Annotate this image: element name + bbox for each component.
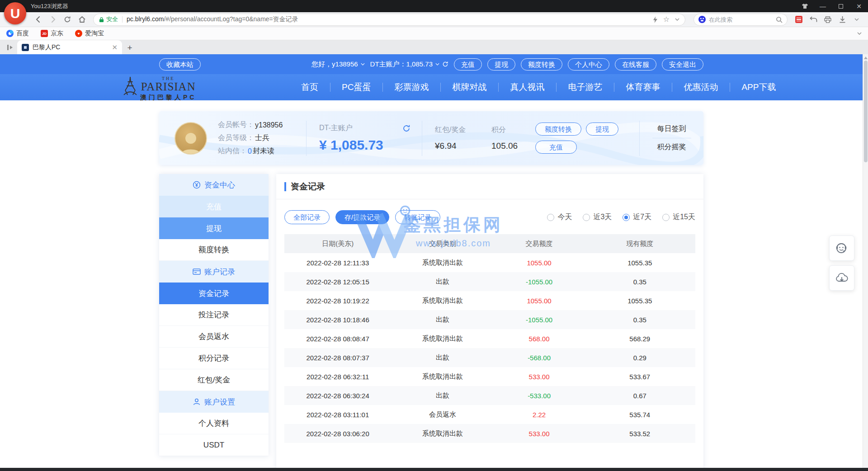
- topbar-profile-button[interactable]: 个人中心: [568, 58, 609, 71]
- floating-toolbar: [829, 236, 854, 291]
- favorite-site-button[interactable]: 收藏本站: [159, 58, 201, 71]
- print-button[interactable]: [821, 14, 835, 26]
- menu-pcdandan[interactable]: PC蛋蛋: [330, 74, 382, 100]
- user-greeting[interactable]: 您好，y138956: [311, 60, 365, 69]
- caret-down-icon: [361, 63, 365, 66]
- content-card: 资金记录 全部记录 存/提款记录 转账记录 今天 近3天 近7天 近15天 日: [276, 174, 703, 468]
- sidebar-item-bonus[interactable]: 红包/奖金: [159, 369, 269, 391]
- deposit-button[interactable]: 充值: [535, 141, 577, 154]
- menu-boardgames[interactable]: 棋牌对战: [440, 74, 498, 100]
- app-download-button[interactable]: [829, 265, 854, 291]
- customer-service-button[interactable]: [829, 236, 854, 261]
- account-balance[interactable]: DT主账户：1,085.73: [370, 60, 448, 69]
- minimize-button[interactable]: —: [814, 0, 832, 12]
- bookmark-baidu[interactable]: 百度: [6, 29, 29, 38]
- points-lottery-link[interactable]: 积分摇奖: [657, 142, 686, 152]
- bookmark-aitaobao[interactable]: ♥ 爱淘宝: [75, 29, 104, 38]
- quick-access-icon[interactable]: [653, 16, 658, 23]
- menu-live[interactable]: 真人视讯: [498, 74, 556, 100]
- sidebar-item-bet-records[interactable]: 投注记录: [159, 304, 269, 326]
- site-nav: THE PARISIAN 澳门巴黎人PC 首页 PC蛋蛋 彩票游戏 棋牌对战 真…: [0, 74, 863, 100]
- bookmarks-bar: 百度 JD 京东 ♥ 爱淘宝: [0, 27, 868, 40]
- sidebar-item-withdraw[interactable]: 提现: [159, 217, 269, 239]
- sidebar-item-points-records[interactable]: 积分记录: [159, 348, 269, 369]
- menu-home[interactable]: 首页: [289, 74, 330, 100]
- tab-active[interactable]: 巴黎人PC ✕: [17, 40, 122, 54]
- radio-today[interactable]: 今天: [547, 212, 572, 222]
- extension-icon: [795, 16, 802, 23]
- topbar-logout-button[interactable]: 安全退出: [662, 58, 703, 71]
- refresh-button[interactable]: [61, 14, 74, 26]
- sidebar-item-profile[interactable]: 个人资料: [159, 413, 269, 434]
- refresh-wallet-icon[interactable]: [402, 124, 410, 132]
- site-favicon: [22, 44, 29, 51]
- tab-sidebar-toggle[interactable]: [4, 40, 17, 54]
- sidebar-item-fund-records[interactable]: 资金记录: [159, 283, 269, 304]
- radio-15days[interactable]: 近15天: [662, 212, 695, 222]
- bookmark-star-icon[interactable]: ☆: [663, 16, 670, 23]
- search-box[interactable]: [693, 14, 788, 26]
- close-button[interactable]: ✕: [850, 0, 868, 12]
- topbar-quota-button[interactable]: 额度转换: [521, 58, 562, 71]
- filter-tab-deposit-withdraw[interactable]: 存/提款记录: [335, 210, 389, 224]
- back-button[interactable]: [32, 14, 45, 26]
- radio-3days[interactable]: 近3天: [583, 212, 612, 222]
- browser-logo[interactable]: U: [4, 2, 26, 24]
- quota-transfer-button[interactable]: 额度转换: [535, 122, 581, 136]
- withdraw-button[interactable]: 提现: [586, 122, 618, 136]
- menu-sports[interactable]: 体育赛事: [614, 74, 672, 100]
- security-indicator: 安全: [99, 15, 118, 24]
- printer-icon: [824, 16, 831, 23]
- maximize-button[interactable]: [832, 0, 850, 12]
- radio-7days[interactable]: 近7天: [623, 212, 651, 222]
- page-viewport: 收藏本站 您好，y138956 DT主账户：1,085.73 充值 提现 额度转…: [0, 54, 863, 468]
- sidebar-toggle-icon: [7, 44, 14, 51]
- address-dropdown-icon[interactable]: [675, 18, 679, 21]
- skin-icon[interactable]: [796, 0, 814, 12]
- forward-button[interactable]: [46, 14, 60, 26]
- bookmark-jd[interactable]: JD 京东: [41, 29, 63, 38]
- bookmarks-overflow-button[interactable]: [857, 32, 862, 35]
- menu-lottery[interactable]: 彩票游戏: [382, 74, 440, 100]
- chevron-down-icon: [854, 18, 859, 21]
- topbar-service-button[interactable]: 在线客服: [615, 58, 656, 71]
- tab-close-icon[interactable]: ✕: [112, 43, 118, 52]
- address-bar[interactable]: 安全 pc.blryl6.com/#/personal/accountLog?t…: [93, 14, 685, 26]
- site-logo[interactable]: THE PARISIAN 澳门巴黎人PC: [123, 76, 196, 102]
- sidebar-item-rebate[interactable]: 会员返水: [159, 326, 269, 348]
- account-records-icon: [193, 268, 201, 275]
- scrollbar-up-arrow[interactable]: [864, 56, 868, 59]
- toolbar-collapse-button[interactable]: [850, 14, 863, 26]
- eiffel-tower-icon: [123, 76, 137, 97]
- search-icon[interactable]: [776, 16, 783, 23]
- extension-button[interactable]: [792, 14, 806, 26]
- member-mail[interactable]: 站内信：0 封未读: [218, 146, 306, 156]
- topbar-withdraw-button[interactable]: 提现: [487, 58, 515, 71]
- menu-app-download[interactable]: APP下载: [730, 74, 788, 100]
- sidebar-item-fund-center[interactable]: 资金中心: [159, 174, 269, 196]
- refresh-balance-icon[interactable]: [442, 61, 448, 67]
- menu-slots[interactable]: 电子游艺: [556, 74, 614, 100]
- sidebar-item-account-settings[interactable]: 账户设置: [159, 391, 269, 413]
- sidebar-item-quota-transfer[interactable]: 额度转换: [159, 239, 269, 261]
- daily-signin-link[interactable]: 每日签到: [657, 124, 686, 134]
- filter-tab-all[interactable]: 全部记录: [284, 210, 330, 224]
- download-button[interactable]: [835, 14, 849, 26]
- table-row: 2022-02-28 03:11:01会员返水2.22535.74: [284, 405, 695, 424]
- history-button[interactable]: [807, 14, 820, 26]
- avatar[interactable]: [175, 122, 207, 155]
- sidebar-item-deposit[interactable]: 充值: [159, 196, 269, 217]
- home-button[interactable]: [75, 14, 89, 26]
- menu-promos[interactable]: 优惠活动: [672, 74, 730, 100]
- person-icon: [178, 130, 203, 154]
- page-scrollbar[interactable]: [863, 54, 868, 468]
- sidebar-item-account-records[interactable]: 账户记录: [159, 261, 269, 283]
- member-account: 会员帐号：y138956: [218, 120, 306, 130]
- scrollbar-thumb[interactable]: [864, 61, 868, 162]
- topbar-deposit-button[interactable]: 充值: [454, 58, 482, 71]
- filter-tab-transfer[interactable]: 转账记录: [395, 210, 440, 224]
- new-tab-button[interactable]: +: [122, 42, 137, 54]
- sidebar-item-usdt[interactable]: USDT: [159, 434, 269, 456]
- search-input[interactable]: [709, 16, 773, 23]
- bonus-section: 红包/奖金 ¥6.94: [422, 125, 479, 151]
